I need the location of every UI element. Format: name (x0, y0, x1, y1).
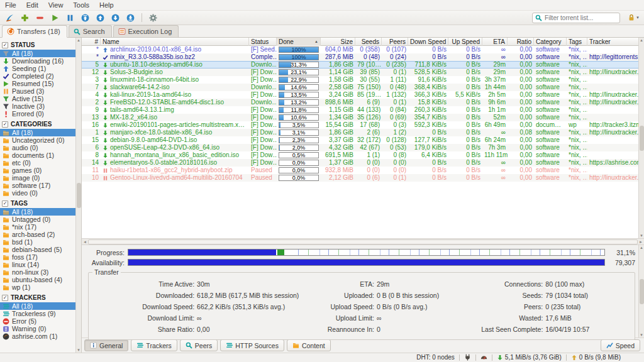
sidebar-item-active-15[interactable]: Active (15) (0, 95, 76, 102)
torrent-row[interactable]: 2FreeBSD-12.0-STABLE-amd64-disc1.isoDown… (82, 99, 644, 106)
sidebar-item-games-0[interactable]: games (0) (0, 167, 76, 174)
upload-speed-status[interactable]: 0 B/s (9,8 MiB) (571, 354, 621, 361)
tab-general[interactable]: General (84, 339, 128, 351)
sidebar-item-all-18[interactable]: All (18) (0, 208, 76, 216)
sidebar-item-warning-0[interactable]: Warning (0) (0, 325, 76, 332)
alt-speed-icon[interactable] (480, 354, 487, 361)
torrent-row[interactable]: 12Solus-3-Budgie.iso[F] Dow…23,1%1,14 Gi… (82, 69, 644, 76)
details-scrollbar[interactable]: ▲▼ (638, 245, 644, 337)
column-header-name[interactable]: Name (101, 38, 249, 46)
column-header-eta[interactable]: ETA (482, 38, 508, 46)
add-torrent-file-button[interactable] (19, 13, 30, 23)
sidebar-item-all-18[interactable]: All (18) (0, 129, 76, 136)
tab-transfers[interactable]: Transfers (18) (2, 25, 67, 38)
torrent-row[interactable]: 16enwiki-20190101-pages-articles-multist… (82, 121, 644, 129)
sidebar-item-all-18[interactable]: All (18) (0, 50, 76, 57)
tab-execution-log[interactable]: Execution Log (113, 25, 179, 37)
sidebar-item-debian-based-5[interactable]: debian-based (5) (0, 246, 76, 253)
sidebar-item-resumed-15[interactable]: Resumed (15) (0, 80, 76, 87)
move-down-button[interactable] (110, 13, 121, 23)
torrent-row[interactable]: 8hannah_montana_linux_x86_basic_edition.… (82, 151, 644, 159)
sidebar-item-error-5[interactable]: Error (5) (0, 317, 76, 325)
sidebar-item-all-18[interactable]: All (18) (0, 302, 76, 310)
speed-button[interactable]: Speed (601, 339, 640, 351)
column-header-[interactable]: # (82, 38, 101, 46)
column-header-seeds[interactable]: Seeds (355, 38, 382, 46)
sidebar-section-tags[interactable]: ✓TAGS (0, 199, 76, 208)
column-header-status[interactable]: Status (249, 38, 277, 46)
download-speed-status[interactable]: 5,1 MiB/s (3,76 GiB) (497, 354, 562, 361)
sidebar-item-completed-2[interactable]: Completed (2) (0, 72, 76, 80)
sidebar-item-video-0[interactable]: video (0) (0, 189, 76, 197)
sidebar-section-trackers[interactable]: ✓TRACKERS (0, 293, 76, 302)
tab-trackers[interactable]: Trackers (131, 339, 177, 351)
sidebar-item-wp-1[interactable]: wp (1) (0, 283, 76, 291)
move-bottom-button[interactable] (125, 13, 136, 23)
torrent-row[interactable]: 5ubuntu-18.10-desktop-amd64.isoDownlo…31… (82, 61, 644, 69)
move-top-button[interactable] (80, 13, 91, 23)
checkbox-icon[interactable]: ✓ (2, 200, 8, 207)
sidebar-item-uncategorized-0[interactable]: Uncategorized (0) (0, 136, 76, 144)
torrent-row[interactable]: 9tails-amd64-3.13.1.img[F] Dow…11,8%1,15… (82, 106, 644, 114)
sidebar-item-linux-14[interactable]: linux (14) (0, 261, 76, 268)
sidebar-item-seeding-1[interactable]: Seeding (1) (0, 65, 76, 72)
column-header-up-speed[interactable]: Up Speed (448, 38, 482, 46)
torrent-row[interactable]: *minix_R3.3.0-588a35b.iso.bz2Comple…100%… (82, 53, 644, 61)
horizontal-scrollbar[interactable]: ◄► (82, 239, 644, 245)
sidebar-item-foss-17[interactable]: foss (17) (0, 253, 76, 261)
sidebar-item-non-linux-3[interactable]: non-linux (3) (0, 268, 76, 276)
sidebar-item-arch-based-2[interactable]: arch-based (2) (0, 231, 76, 238)
delete-torrent-button[interactable] (35, 13, 45, 23)
column-header-done[interactable]: Done▲ (277, 38, 321, 46)
sidebar-item-errored-0[interactable]: Errored (0) (0, 110, 76, 118)
sidebar-section-status[interactable]: ✓STATUS (0, 40, 76, 50)
menu-edit[interactable]: Edit (26, 1, 38, 9)
torrent-row[interactable]: 4kali-linux-2019-1a-amd64-iso[F] Dow…13,… (82, 91, 644, 99)
checkbox-icon[interactable]: ✓ (2, 295, 8, 301)
torrent-row[interactable]: 10Gentoo-Linux-livedvd-amd64-multilib-20… (82, 174, 644, 182)
add-torrent-link-button[interactable] (4, 13, 15, 23)
column-header-down-speed[interactable]: Down Speed (408, 38, 448, 46)
pause-button[interactable] (65, 13, 75, 23)
torrent-row[interactable]: 15debian-9.8.0-amd64-DVD-1.iso[F] Dow…2,… (82, 136, 644, 144)
checkbox-icon[interactable]: ✓ (2, 121, 8, 128)
sidebar-item-bsd-1[interactable]: bsd (1) (0, 238, 76, 246)
sidebar-item-documents-1[interactable]: documents (1) (0, 151, 76, 159)
torrent-row[interactable]: 1manjaro-xfce-18.0-stable-x86_64.iso[F] … (82, 129, 644, 136)
menu-help[interactable]: Help (99, 1, 114, 9)
torrent-row[interactable]: 7slackware64-14.2-isoDownlo…14,6%2,58 Gi… (82, 84, 644, 91)
options-button[interactable] (148, 13, 158, 23)
sidebar-scrollbar[interactable]: ▲▼ (75, 38, 81, 353)
sidebar-item-untagged-0[interactable]: Untagged (0) (0, 216, 76, 223)
sidebar-item-downloading-16[interactable]: Downloading (16) (0, 57, 76, 65)
menu-view[interactable]: View (48, 1, 64, 9)
move-up-button[interactable] (95, 13, 106, 23)
sidebar-item-ubuntu-based-4[interactable]: ubuntu-based (4) (0, 276, 76, 283)
column-header-category[interactable]: Category (534, 38, 567, 46)
sidebar-item-inactive-3[interactable]: Inactive (3) (0, 102, 76, 110)
tab-content[interactable]: Content (287, 339, 331, 351)
table-scrollbar[interactable]: ▲▼ (638, 38, 644, 238)
column-header-size[interactable]: Size (321, 38, 355, 46)
torrent-row[interactable]: 13MX-18.2_x64.iso[F] Dow…10,6%1,34 GiB35… (82, 114, 644, 121)
column-header-peers[interactable]: Peers (382, 38, 408, 46)
torrent-row[interactable]: 6openSUSE-Leap-42.3-DVD-x86_64.iso[F] Do… (82, 144, 644, 151)
resume-button[interactable] (50, 13, 60, 23)
checkbox-icon[interactable]: ✓ (2, 42, 8, 48)
sidebar-item-etc-0[interactable]: etc (0) (0, 159, 76, 167)
column-header-ratio[interactable]: Ratio (508, 38, 534, 46)
sidebar-item-audio-0[interactable]: audio (0) (0, 144, 76, 151)
menu-tools[interactable]: Tools (73, 1, 89, 9)
tab-search[interactable]: Search (69, 25, 112, 37)
column-header-tracker[interactable]: Tracker (587, 38, 644, 46)
torrent-row[interactable]: 3linuxmint-18-cinnamon-64bit.iso[F] Dow…… (82, 76, 644, 84)
torrent-row[interactable]: 14elementaryos-5.0-stable.20181016.iso[F… (82, 159, 644, 167)
torrent-row[interactable]: 11haiku-r1beta1-x86_gcc2_hybrid-anyboot.… (82, 167, 644, 174)
connection-status-icon[interactable] (464, 354, 471, 361)
sidebar-item-ashrise-com-1[interactable]: ashrise.com (1) (0, 332, 76, 340)
sidebar-item-trackerless-9[interactable]: Trackerless (9) (0, 310, 76, 317)
column-header-tags[interactable]: Tags (567, 38, 587, 46)
sidebar-item-software-17[interactable]: software (17) (0, 182, 76, 189)
tab-http-sources[interactable]: HTTP Sources (220, 339, 284, 351)
lock-button[interactable]: ▼ (628, 14, 640, 21)
